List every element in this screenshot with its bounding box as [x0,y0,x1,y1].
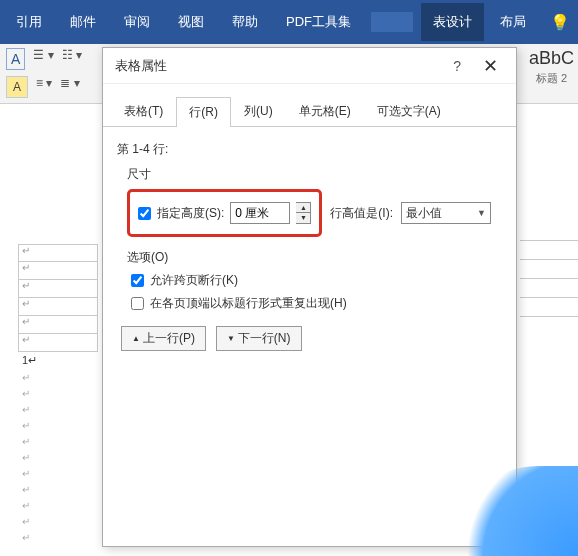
table-row[interactable]: ↵ [18,280,98,298]
align2-icon[interactable]: ≣ ▾ [60,76,79,98]
ribbon-tab-references[interactable]: 引用 [4,3,54,41]
para-mark: ↵ [22,516,30,527]
options-group: 允许跨页断行(K) 在各页顶端以标题行形式重复出现(H) [131,272,502,312]
table-row[interactable]: ↵ [18,334,98,352]
row-range-label: 第 1-4 行: [117,141,502,158]
next-row-button[interactable]: ▼下一行(N) [216,326,302,351]
help-button[interactable]: ? [453,58,461,74]
ribbon-tab-review[interactable]: 审阅 [112,3,162,41]
table-row[interactable]: ↵ [18,316,98,334]
para-mark: ↵ [22,500,30,511]
ribbon-tab-layout[interactable]: 布局 [488,3,538,41]
height-mode-select[interactable]: 最小值 ▼ [401,202,491,224]
tab-alt-text[interactable]: 可选文字(A) [364,96,454,126]
prev-row-button[interactable]: ▲上一行(P) [121,326,206,351]
numbering-icon[interactable]: ☷ ▾ [62,48,82,70]
allow-break-label: 允许跨页断行(K) [150,272,238,289]
ribbon-tabs: 引用 邮件 审阅 视图 帮助 PDF工具集 表设计 布局 💡 [0,0,578,44]
table-row[interactable]: ↵ [18,298,98,316]
table-row[interactable]: ↵ [18,262,98,280]
ribbon-tab-table-design[interactable]: 表设计 [421,3,484,41]
para-mark: ↵ [22,388,30,399]
para-mark: ↵ [22,532,30,543]
style-preview[interactable]: aBbC 标题 2 [529,48,574,86]
para-mark: ↵ [22,436,30,447]
tell-me-icon[interactable]: 💡 [550,13,570,32]
close-button[interactable]: ✕ [477,53,504,79]
height-mode-label: 行高值是(I): [330,205,393,222]
triangle-down-icon: ▼ [227,334,235,343]
row-number: 1↵ [22,354,37,367]
tab-column[interactable]: 列(U) [231,96,286,126]
para-mark: ↵ [22,420,30,431]
para-mark: ↵ [22,452,30,463]
ribbon-tab-view[interactable]: 视图 [166,3,216,41]
repeat-header-label: 在各页顶端以标题行形式重复出现(H) [150,295,347,312]
tab-row[interactable]: 行(R) [176,97,231,127]
height-input[interactable] [230,202,290,224]
para-mark: ↵ [22,484,30,495]
tab-cell[interactable]: 单元格(E) [286,96,364,126]
table-edge [520,240,578,335]
bullets-icon[interactable]: ☰ ▾ [33,48,53,70]
para-mark: ↵ [22,404,30,415]
spinner-up-icon[interactable]: ▲ [296,203,310,213]
specify-height-label: 指定高度(S): [157,205,224,222]
user-account-icon[interactable] [371,12,413,32]
dialog-title: 表格属性 [115,57,167,75]
height-spinner[interactable]: ▲ ▼ [296,202,311,224]
highlight-box: 指定高度(S): ▲ ▼ [127,189,322,237]
size-row: 指定高度(S): ▲ ▼ 行高值是(I): 最小值 ▼ [127,189,502,237]
style-sample: aBbC [529,48,574,69]
triangle-up-icon: ▲ [132,334,140,343]
dialog-titlebar: 表格属性 ? ✕ [103,48,516,84]
spinner-down-icon[interactable]: ▼ [296,213,310,223]
ribbon-tab-pdf[interactable]: PDF工具集 [274,3,363,41]
tab-table[interactable]: 表格(T) [111,96,176,126]
allow-break-checkbox[interactable] [131,274,144,287]
chevron-down-icon: ▼ [477,208,486,218]
style-name: 标题 2 [529,71,574,86]
font-a-icon[interactable]: A [6,48,25,70]
dialog-tabs: 表格(T) 行(R) 列(U) 单元格(E) 可选文字(A) [103,96,516,127]
repeat-header-checkbox[interactable] [131,297,144,310]
highlight-a-icon[interactable]: A [6,76,28,98]
ribbon-tab-help[interactable]: 帮助 [220,3,270,41]
row-nav-buttons: ▲上一行(P) ▼下一行(N) [121,326,502,351]
table-properties-dialog: 表格属性 ? ✕ 表格(T) 行(R) 列(U) 单元格(E) 可选文字(A) … [102,47,517,547]
para-mark: ↵ [22,468,30,479]
height-mode-value: 最小值 [406,205,442,222]
para-mark: ↵ [22,372,30,383]
dialog-body: 第 1-4 行: 尺寸 指定高度(S): ▲ ▼ 行高值是(I): 最小值 ▼ … [103,127,516,361]
specify-height-checkbox[interactable] [138,207,151,220]
size-section-label: 尺寸 [127,166,502,183]
ribbon-tab-mailings[interactable]: 邮件 [58,3,108,41]
table-row[interactable]: ↵ [18,244,98,262]
options-section-label: 选项(O) [127,249,502,266]
align-icon[interactable]: ≡ ▾ [36,76,52,98]
